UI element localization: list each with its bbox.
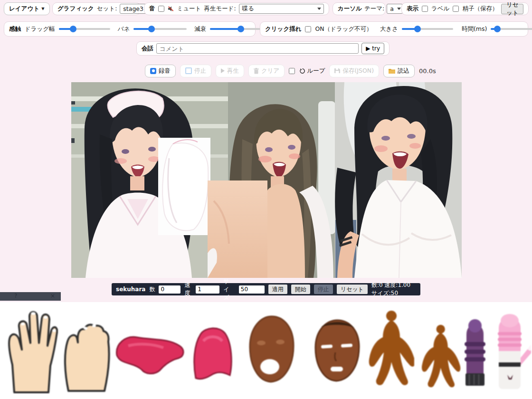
display-reset-button[interactable]: リセット (501, 4, 523, 14)
count-label: 数 (149, 285, 155, 294)
click-shake-group: クリック揺れ ON（ドラッグ不可） 大きさ 時間(ms) (260, 21, 528, 37)
label-checkbox-label: ラベル (431, 5, 449, 13)
layout-button-label: レイアウト ▾ (9, 5, 45, 13)
clear-button[interactable]: クリア (248, 65, 285, 77)
scene-overlay-torso (208, 180, 267, 278)
loop-checkbox[interactable] (289, 68, 295, 74)
stamp-pink-massager[interactable] (489, 311, 531, 393)
drag-width-slider[interactable] (59, 26, 110, 32)
muted-speaker-icon (167, 5, 174, 12)
speed-label: 速度 (184, 281, 192, 297)
comment-input[interactable] (156, 43, 359, 54)
play-mode-select[interactable]: 喋る (239, 4, 324, 14)
cursor-theme-select[interactable]: a (387, 4, 403, 14)
play-button[interactable]: 再生 (216, 65, 244, 77)
click-shake-title: クリック揺れ (265, 25, 301, 33)
spring-slider[interactable] (133, 26, 187, 32)
record-button-label: 録音 (159, 67, 171, 75)
record-button[interactable]: 録音 (145, 65, 176, 77)
stamp-purple-massager[interactable] (462, 315, 488, 389)
stamp-open-hand[interactable] (5, 308, 58, 395)
stamp-grab-hand[interactable] (61, 311, 112, 393)
clear-button-label: クリア (261, 67, 279, 75)
display-group: 表示 ラベル 精子（保存） リセット (401, 2, 529, 15)
save-json-label: 保存(JSON) (342, 67, 374, 75)
start-button[interactable]: 開始 (291, 285, 310, 294)
recorder-row: 録音 停止 再生 クリア ループ (145, 64, 436, 77)
sekuhara-reset-button[interactable]: リセット (337, 285, 368, 294)
damping-label: 減衰 (194, 25, 206, 33)
mute-checkbox[interactable] (158, 6, 164, 12)
stop-button-label: 停止 (194, 67, 206, 75)
chevron-down-icon (317, 8, 321, 10)
loop-icon (299, 68, 305, 74)
floppy-icon (334, 68, 340, 74)
scene-overlay-garment (158, 138, 210, 235)
feel-group: 感触 ドラッグ幅 バネ 減衰 (4, 21, 256, 37)
label-checkbox[interactable] (422, 6, 428, 12)
shake-size-slider[interactable] (402, 26, 453, 32)
size-input[interactable] (239, 285, 265, 294)
conversation-group: 会話 ▶ try (136, 41, 390, 56)
cursor-theme-label: テーマ: (364, 5, 384, 13)
sekuhara-status: 数:0 速度:1.00 サイズ:50 (371, 281, 416, 297)
drag-width-label: ドラッグ幅 (25, 25, 55, 33)
count-input[interactable] (159, 285, 180, 294)
graphics-set-value: stage3 (123, 5, 143, 12)
display-reset-label: リセット (506, 1, 519, 17)
save-json-button[interactable]: 保存(JSON) (329, 65, 379, 77)
shake-time-slider[interactable] (491, 26, 532, 32)
play-icon (221, 68, 225, 73)
stop-icon (185, 67, 192, 74)
stamp-tongue-up[interactable] (189, 322, 236, 383)
speed-input[interactable] (196, 285, 219, 294)
recording-timer: 00.0s (419, 67, 436, 75)
stamp-crouching-figure-large[interactable] (367, 310, 414, 388)
sperm-checkbox-label: 精子（保存） (462, 5, 498, 13)
shake-on-checkbox[interactable] (305, 26, 311, 32)
try-button[interactable]: ▶ try (361, 43, 384, 54)
stamp-crouching-figure-small[interactable] (419, 324, 461, 390)
shake-time-label: 時間(ms) (462, 25, 487, 33)
conversation-title: 会話 (142, 45, 153, 53)
sekuhara-name: sekuhara (116, 286, 145, 293)
chevron-down-icon (397, 8, 401, 10)
apply-button[interactable]: 適用 (268, 285, 287, 294)
stamp-face-open-mouth[interactable] (245, 314, 297, 385)
stamp-palette (0, 302, 532, 399)
folder-icon (389, 68, 395, 74)
display-title: 表示 (407, 5, 418, 13)
stop-button[interactable]: 停止 (180, 65, 211, 77)
shake-on-label: ON（ドラッグ不可） (315, 25, 372, 33)
sekuhara-toolbar: sekuhara 数 速度 サイズ 適用 開始 停止 リセット 数:0 速度:1… (112, 283, 420, 295)
sekuhara-stop-button[interactable]: 停止 (314, 285, 333, 294)
spring-label: バネ (118, 25, 130, 33)
cursor-title: カーソル (338, 5, 362, 13)
mute-label: ミュート (177, 5, 201, 13)
try-button-label: ▶ try (366, 45, 380, 52)
loop-label-wrap: ループ (299, 67, 325, 75)
feel-title: 感触 (9, 25, 21, 33)
layout-button[interactable]: レイアウト ▾ (4, 2, 50, 15)
cursor-theme-value: a (390, 5, 394, 12)
cursor-group: カーソル テーマ: a (332, 2, 386, 15)
sound-group: 音 ミュート 再生モード: 喋る (144, 2, 329, 15)
load-button[interactable]: 読込 (383, 65, 415, 77)
damping-slider[interactable] (210, 26, 263, 32)
shake-size-label: 大きさ (380, 25, 398, 33)
close-icon[interactable]: × (50, 293, 55, 299)
play-mode-label: 再生モード: (204, 5, 236, 13)
record-icon (150, 68, 156, 74)
minimized-panel[interactable]: ? × (0, 292, 61, 301)
stamp-tongue-side[interactable] (112, 327, 187, 380)
scene-image[interactable] (71, 82, 462, 278)
sound-title: 音 (149, 5, 155, 13)
sperm-save-checkbox[interactable] (453, 6, 459, 12)
stamp-face-mask[interactable] (310, 317, 364, 384)
loop-label: ループ (307, 67, 325, 75)
help-icon[interactable]: ? (14, 293, 17, 299)
trash-icon (254, 68, 259, 74)
graphics-group: グラフィック セット: stage3 (52, 2, 141, 15)
graphics-title: グラフィック (57, 5, 94, 13)
graphics-set-label: セット: (97, 5, 117, 13)
